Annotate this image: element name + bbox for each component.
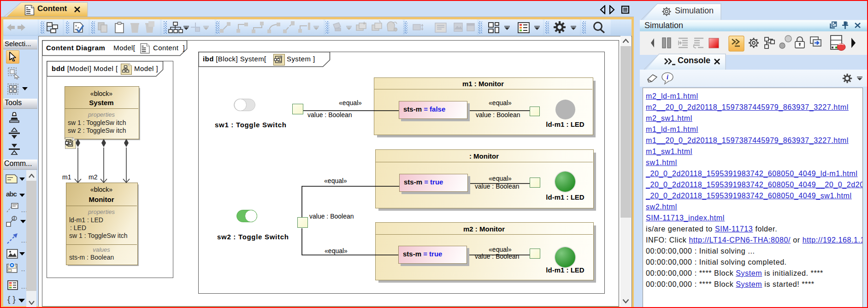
svg-text:i: i — [667, 74, 668, 81]
